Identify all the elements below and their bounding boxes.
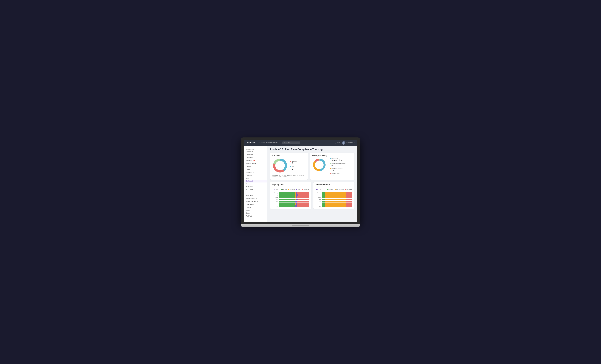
emp-donut-chart	[312, 158, 328, 173]
sidebar-item-audit-trail[interactable]: Audit Trail	[244, 215, 267, 218]
bar-track	[279, 201, 309, 202]
svg-line-1	[284, 143, 285, 144]
missing-aca-dot	[330, 168, 331, 169]
not-offered-segment	[346, 205, 352, 207]
affordable-segment	[322, 194, 325, 196]
non-affordable-segment	[325, 196, 346, 198]
affordable-segment	[322, 203, 325, 205]
sidebar-item-talent-acquisition[interactable]: Talent Acquisition	[244, 197, 267, 200]
user-button[interactable]: Jonathan K. ▾	[342, 141, 355, 144]
non-affordable-segment	[325, 203, 346, 205]
fte-legend-item: FTE 6	[290, 166, 297, 170]
initial-legend-e: Initial	[296, 189, 300, 190]
bar-row: May	[272, 201, 309, 202]
not-offered-segment	[346, 194, 352, 196]
bar-row: June	[316, 203, 352, 205]
sidebar-item-integrations[interactable]: Integrations	[244, 194, 267, 197]
sidebar-item-dashboard[interactable]: Dashboard	[244, 150, 267, 153]
non-affordable-segment	[325, 205, 346, 207]
svg-rect-24	[320, 189, 321, 189]
sidebar-item-employees[interactable]: Employees	[244, 156, 267, 159]
status-row: Eligibility Status	[270, 182, 354, 209]
sidebar-item-periods[interactable]: Periods	[244, 182, 267, 185]
list-chart-icon[interactable]	[276, 188, 279, 191]
sidebar-item-learning[interactable]: Learning	[244, 206, 267, 209]
search-placeholder: Search	[286, 142, 290, 144]
sidebar-item-setup[interactable]: Setup	[244, 212, 267, 215]
fte-card-title: FTE Count	[272, 155, 306, 156]
svg-rect-18	[276, 189, 278, 189]
employee-card-title: Employee Summary	[312, 155, 352, 156]
fte-card-inner: Full-Time 5 FTE	[272, 158, 306, 173]
bar-chart-icon[interactable]	[272, 188, 275, 191]
sidebar-item-documents[interactable]: Documents	[244, 153, 267, 156]
sidebar-item-calendar[interactable]: Calendar	[244, 165, 267, 168]
svg-rect-19	[276, 189, 278, 190]
missing-aca-legend: Missing ACA Status 74	[330, 168, 345, 172]
sidebar-item-reports-bi[interactable]: Reports & BI	[244, 171, 267, 174]
company-selector[interactable]: CCCC-001 Demonstration Care ▾	[259, 142, 280, 144]
page-title: Inside ACA: Real Time Compliance Trackin…	[270, 148, 354, 151]
full-time-segment	[279, 194, 295, 196]
svg-rect-23	[318, 190, 318, 190]
sidebar-item-hr-advisory[interactable]: HR Advisory	[244, 203, 267, 206]
full-time-segment	[279, 205, 295, 207]
unassigned-segment	[297, 205, 309, 207]
svg-rect-17	[274, 190, 274, 190]
logo: VIVENTIUM	[246, 142, 256, 144]
bar-track	[322, 199, 352, 200]
bar-row: April	[272, 199, 309, 200]
help-icon: ?	[335, 142, 336, 144]
bar-chart-icon-a[interactable]	[316, 188, 319, 191]
unassigned-status-dot	[302, 189, 303, 190]
bar-row: January	[272, 192, 309, 194]
initial-segment	[295, 201, 297, 202]
svg-text:?: ?	[335, 142, 336, 144]
emp-legend: Completed 91 out of 192 Missing Benefit …	[330, 158, 345, 176]
list-chart-icon-a[interactable]	[319, 188, 322, 191]
sidebar-item-aca-forms[interactable]: ACA Forms	[244, 185, 267, 188]
bar-month-label: July	[272, 206, 278, 207]
full-time-dot	[290, 161, 291, 162]
svg-rect-26	[320, 190, 321, 190]
unassigned-segment	[297, 203, 309, 205]
sidebar-item-time-attendance[interactable]: Time & Attendance	[244, 200, 267, 203]
full-time-status-dot	[281, 189, 282, 190]
content-area: Inside ACA: Real Time Compliance Trackin…	[267, 146, 357, 222]
fte-value: 6	[291, 167, 297, 170]
sidebar-item-ale-group[interactable]: ALE Group	[244, 188, 267, 191]
sidebar-item-analytics[interactable]: Analytics	[244, 174, 267, 177]
affordable-segment	[322, 205, 325, 207]
sidebar-item-requests[interactable]: Requests 117	[244, 159, 267, 162]
svg-rect-25	[320, 189, 321, 190]
affordable-segment	[322, 199, 325, 200]
affordability-title: Affordability Status	[316, 184, 330, 186]
topbar: VIVENTIUM CCCC-001 Demonstration Care ▾ …	[244, 140, 357, 146]
sidebar-section-admin: ADMIN	[244, 209, 267, 212]
bar-month-label: February	[316, 194, 321, 196]
sidebar-item-task-management[interactable]: Task Management	[244, 162, 267, 165]
company-name: CCCC-001 Demonstration Care	[259, 142, 278, 144]
initial-segment	[295, 205, 297, 207]
laptop-base	[241, 224, 360, 227]
full-time-segment	[279, 201, 295, 202]
fte-donut-chart	[272, 158, 288, 173]
employee-summary-card: Employee Summary	[310, 153, 354, 180]
sidebar-item-payroll[interactable]: Payroll	[244, 168, 267, 171]
bar-month-label: June	[316, 203, 321, 205]
full-time-segment	[279, 203, 295, 205]
bar-row: January	[316, 192, 352, 194]
not-offered-segment	[346, 199, 352, 200]
bar-row: April	[316, 199, 352, 200]
help-button[interactable]: ? Help	[335, 142, 340, 144]
affordable-dot	[327, 189, 328, 190]
svg-rect-20	[276, 190, 278, 190]
missing-offers-value: 27	[331, 174, 345, 176]
bar-month-label: April	[272, 199, 278, 200]
sidebar-item-aca-dashboard[interactable]: Dashboard	[244, 180, 267, 182]
bar-row: March	[316, 196, 352, 198]
bar-track	[279, 199, 309, 200]
non-affordable-segment	[325, 194, 346, 196]
bar-month-label: May	[272, 201, 278, 202]
search-bar[interactable]: Search	[282, 142, 300, 144]
